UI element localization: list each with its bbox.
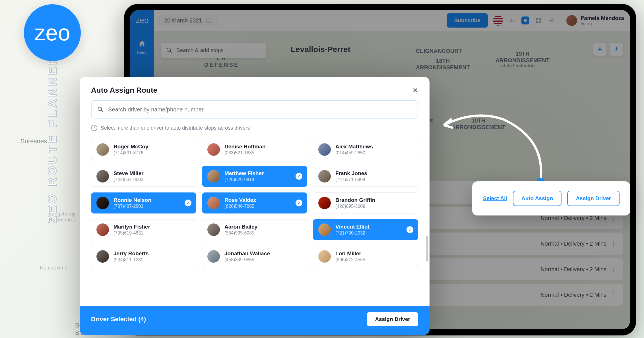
driver-name: Denise Hoffman bbox=[224, 144, 266, 150]
bg-label-hopital: Hôpital Ambr bbox=[40, 265, 69, 271]
svg-point-11 bbox=[98, 107, 102, 111]
modal-footer: Driver Selected (4) Assign Driver bbox=[80, 306, 430, 335]
driver-name: Steve Miller bbox=[113, 170, 144, 177]
bulk-action-card: Select All Auto Assign Assign Driver bbox=[472, 181, 630, 215]
driver-avatar bbox=[207, 143, 220, 156]
zeo-logo-badge: zeo bbox=[24, 4, 81, 61]
check-icon: ✓ bbox=[185, 200, 191, 206]
driver-phone: (726)829-9914 bbox=[224, 177, 264, 182]
driver-grid: Roger McCoy(714)891-8776Denise Hoffman(0… bbox=[91, 139, 418, 275]
search-driver-input[interactable] bbox=[108, 106, 412, 113]
driver-avatar bbox=[318, 143, 331, 156]
selected-count: Driver Selected (4) bbox=[91, 316, 146, 323]
bg-label-racecourse: Longchamp Racecourse bbox=[49, 211, 76, 223]
assign-driver-button-float[interactable]: Assign Driver bbox=[567, 191, 620, 206]
driver-name: Aaron Bailey bbox=[224, 224, 257, 230]
driver-card[interactable]: Brandon Griffin(420)095-3609 bbox=[313, 192, 418, 213]
driver-avatar bbox=[318, 250, 331, 263]
driver-phone: (014)459-2650 bbox=[335, 150, 373, 155]
driver-phone: (033)521-1685 bbox=[224, 150, 266, 155]
driver-avatar bbox=[96, 250, 109, 263]
driver-phone: (458)349-0855 bbox=[224, 257, 270, 262]
scrollbar[interactable] bbox=[426, 236, 428, 262]
zeo-logo-text: zeo bbox=[34, 20, 70, 46]
driver-phone: (934)811-1281 bbox=[113, 257, 149, 262]
auto-assign-modal: Auto Assign Route ✕ i Select more than o… bbox=[80, 77, 430, 335]
driver-avatar bbox=[96, 223, 109, 236]
vertical-brand-text: ZEO ROUTE PLANNER bbox=[46, 54, 59, 223]
search-driver[interactable] bbox=[91, 100, 418, 119]
driver-card[interactable]: Vincent Elliot(721)790-2032✓ bbox=[313, 219, 418, 240]
svg-line-12 bbox=[101, 110, 103, 112]
driver-avatar bbox=[96, 143, 109, 156]
modal-header: Auto Assign Route ✕ bbox=[80, 77, 430, 100]
driver-phone: (787)487-2803 bbox=[113, 204, 151, 209]
info-icon: i bbox=[91, 125, 97, 131]
driver-name: Jonathan Wallace bbox=[224, 250, 270, 257]
driver-card[interactable]: Denise Hoffman(033)521-1685 bbox=[202, 139, 307, 160]
driver-avatar bbox=[207, 170, 220, 183]
search-icon bbox=[97, 106, 104, 113]
driver-name: Rose Valdez bbox=[224, 197, 256, 203]
close-icon[interactable]: ✕ bbox=[412, 86, 418, 94]
driver-name: Marilyn Fisher bbox=[113, 224, 150, 230]
helper-text-label: Select more than one driver to auto dist… bbox=[101, 125, 250, 131]
auto-assign-button[interactable]: Auto Assign bbox=[513, 191, 562, 206]
driver-card[interactable]: Matthew Fisher(726)829-9914✓ bbox=[202, 166, 307, 187]
driver-phone: (747)371-6904 bbox=[335, 177, 367, 182]
driver-name: Brandon Griffin bbox=[335, 197, 375, 203]
driver-name: Matthew Fisher bbox=[224, 170, 264, 177]
driver-card[interactable]: Marilyn Fisher(795)619-4831 bbox=[91, 219, 196, 240]
driver-phone: (714)891-8776 bbox=[113, 150, 148, 155]
driver-avatar bbox=[318, 223, 331, 236]
driver-card[interactable]: Lori Miller(806)372-4565 bbox=[313, 246, 418, 267]
driver-name: Ronnie Nelson bbox=[113, 197, 151, 203]
driver-name: Roger McCoy bbox=[113, 144, 148, 150]
driver-phone: (420)095-3609 bbox=[335, 204, 375, 209]
driver-avatar bbox=[96, 197, 109, 209]
modal-title: Auto Assign Route bbox=[91, 86, 157, 95]
driver-card[interactable]: Frank Jones(747)371-6904 bbox=[313, 166, 418, 187]
driver-name: Jerry Roberts bbox=[113, 250, 149, 257]
driver-phone: (795)619-4831 bbox=[113, 231, 150, 236]
driver-avatar bbox=[318, 170, 331, 183]
check-icon: ✓ bbox=[296, 200, 302, 206]
driver-card[interactable]: Roger McCoy(714)891-8776 bbox=[91, 139, 196, 160]
driver-avatar bbox=[207, 197, 220, 209]
driver-avatar bbox=[96, 170, 109, 183]
driver-phone: (744)937-9603 bbox=[113, 177, 144, 182]
driver-phone: (806)372-4565 bbox=[335, 257, 365, 262]
driver-card[interactable]: Rose Valdez(628)546-7865✓ bbox=[202, 192, 307, 213]
driver-avatar bbox=[207, 223, 220, 236]
driver-card[interactable]: Jerry Roberts(934)811-1281 bbox=[91, 246, 196, 267]
driver-name: Vincent Elliot bbox=[335, 224, 370, 230]
driver-phone: (584)935-6985 bbox=[224, 231, 257, 236]
helper-text: i Select more than one driver to auto di… bbox=[91, 125, 418, 131]
driver-card[interactable]: Aaron Bailey(584)935-6985 bbox=[202, 219, 307, 240]
driver-avatar bbox=[318, 197, 331, 209]
driver-phone: (721)790-2032 bbox=[335, 231, 370, 236]
modal-body: i Select more than one driver to auto di… bbox=[80, 100, 430, 306]
select-all-link[interactable]: Select All bbox=[483, 195, 507, 202]
driver-card[interactable]: Jonathan Wallace(458)349-0855 bbox=[202, 246, 307, 267]
check-icon: ✓ bbox=[406, 226, 413, 233]
driver-card[interactable]: Alex Matthews(014)459-2650 bbox=[313, 139, 418, 160]
driver-card[interactable]: Ronnie Nelson(787)487-2803✓ bbox=[91, 192, 196, 213]
assign-driver-button[interactable]: Assign Driver bbox=[367, 312, 418, 326]
check-icon: ✓ bbox=[296, 173, 302, 180]
driver-name: Frank Jones bbox=[335, 170, 367, 177]
driver-avatar bbox=[207, 250, 220, 263]
driver-name: Alex Matthews bbox=[335, 144, 373, 150]
driver-card[interactable]: Steve Miller(744)937-9603 bbox=[91, 166, 196, 187]
driver-phone: (628)546-7865 bbox=[224, 204, 256, 209]
bg-label-suresnes: Suresnes bbox=[20, 138, 47, 145]
driver-name: Lori Miller bbox=[335, 250, 365, 257]
